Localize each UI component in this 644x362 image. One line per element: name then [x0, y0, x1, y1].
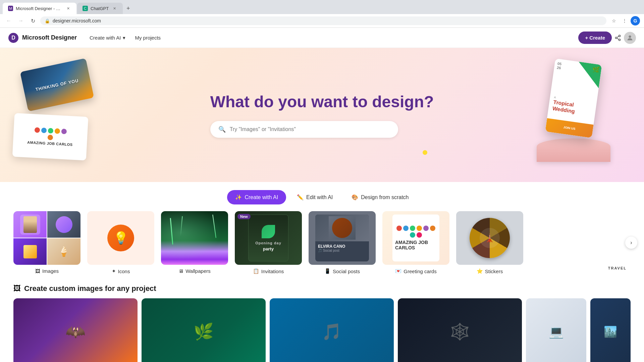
social-posts-label: 📱 Social posts: [309, 268, 376, 274]
nav-my-projects-label: My projects: [135, 35, 161, 41]
img-cell-4: 🍦: [47, 238, 80, 265]
img-cell-3: [13, 238, 47, 265]
browser-toolbar-icons: ☆ ⋮ G: [609, 16, 640, 25]
circle-yellow: [417, 226, 422, 231]
browser-profile-avatar[interactable]: G: [631, 16, 640, 25]
bookmark-star-icon[interactable]: ☆: [609, 16, 619, 25]
custom-item-nature[interactable]: 🌿: [142, 298, 266, 362]
svg-point-3: [615, 37, 617, 39]
new-badge: New: [237, 214, 251, 219]
nav-create-ai[interactable]: Create with AI ▾: [85, 32, 130, 44]
stickers-label: ⭐ Stickers: [456, 268, 523, 274]
nav-create-ai-chevron: ▾: [123, 35, 125, 41]
icons-thumbnail: 💡: [87, 211, 154, 265]
app-nav: D Microsoft Designer Create with AI ▾ My…: [0, 28, 644, 48]
browser-chrome: M Microsoft Designer - Stunning... ✕ C C…: [0, 0, 644, 28]
custom-item-halloween[interactable]: 🦇: [13, 298, 138, 362]
logo-area[interactable]: D Microsoft Designer: [8, 33, 77, 43]
inv-event: party: [263, 246, 274, 251]
categories-next-btn[interactable]: ›: [625, 237, 637, 249]
carlos-card-text: AMAZING JOB CARLOS: [27, 140, 73, 146]
tab-edit-ai[interactable]: ✏️ Edit with AI: [289, 190, 341, 204]
custom-images-grid: 🦇 🌿 🎵 🕸️ 💻 🏙️: [13, 298, 631, 362]
carlos-card: AMAZING JOB CARLOS: [12, 113, 89, 160]
hero-search-input[interactable]: [230, 126, 390, 132]
invitations-thumbnail: New Opening day party: [235, 211, 302, 265]
share-icon[interactable]: [612, 32, 624, 44]
tab-microsoft-designer[interactable]: M Microsoft Designer - Stunning... ✕: [3, 3, 76, 14]
tab-title-1: Microsoft Designer - Stunning...: [16, 6, 63, 11]
social-photo-area: [315, 215, 369, 241]
social-text-area: ELVIRA CANO 🎵 Social post: [315, 241, 369, 261]
category-wallpapers[interactable]: 🖥 Wallpapers: [161, 211, 228, 274]
categories-section: 🍦 🖼 Images 💡 ✦ Icons: [0, 211, 644, 284]
category-images[interactable]: 🍦 🖼 Images: [13, 211, 80, 274]
hero-search-box[interactable]: 🔍: [210, 121, 398, 138]
custom-item-dark[interactable]: 🕸️: [398, 298, 522, 362]
img-cell-2: [47, 211, 80, 238]
images-thumbnail: 🍦: [13, 211, 80, 265]
tab-favicon-2: C: [83, 6, 88, 11]
social-card-preview: ELVIRA CANO 🎵 Social post: [315, 215, 369, 261]
user-avatar[interactable]: [624, 32, 636, 44]
tab-close-2[interactable]: ✕: [111, 5, 117, 11]
greeting-cards-label: 💌 Greeting cards: [382, 268, 449, 274]
category-icons[interactable]: 💡 ✦ Icons: [87, 211, 154, 274]
tab-design-scratch[interactable]: 🎨 Design from scratch: [343, 190, 417, 204]
tab-title-2: ChatGPT: [91, 6, 109, 11]
address-bar[interactable]: 🔒 designer.microsoft.com: [40, 16, 606, 25]
wallpapers-icon: 🖥: [178, 268, 183, 274]
circle-pink: [417, 232, 422, 238]
action-tabs: ✨ Create with AI ✏️ Edit with AI 🎨 Desig…: [0, 182, 644, 211]
svg-line-6: [617, 36, 619, 37]
custom-item-city[interactable]: 🏙️: [590, 298, 631, 362]
pedestal: [537, 138, 610, 162]
svg-point-7: [629, 35, 631, 38]
custom-item-music[interactable]: 🎵: [270, 298, 394, 362]
custom-section-icon: 🖼: [13, 284, 21, 293]
forward-btn[interactable]: →: [16, 16, 25, 25]
category-social-posts[interactable]: ELVIRA CANO 🎵 Social post 📱 Social posts: [309, 211, 376, 274]
new-tab-btn[interactable]: +: [123, 4, 133, 13]
design-scratch-icon: 🎨: [352, 194, 358, 200]
carlos-decorations: [395, 226, 437, 238]
browser-menu-icon[interactable]: ⋮: [620, 16, 629, 25]
hero-section: THINKING OF YOU AMAZING JOB CARLOS: [0, 48, 644, 182]
edit-ai-icon: ✏️: [297, 194, 304, 200]
stickers-thumbnail: 🗼 TRAVEL: [456, 211, 523, 265]
wallpapers-label: 🖥 Wallpapers: [161, 268, 228, 274]
create-ai-icon: ✨: [235, 194, 242, 200]
section-header: 🖼 Create custom images for any project: [13, 284, 631, 293]
back-btn[interactable]: ←: [4, 16, 13, 25]
circle-orange: [430, 226, 435, 231]
design-scratch-label: Design from scratch: [361, 194, 409, 200]
nav-create-ai-label: Create with AI: [90, 35, 121, 41]
stickers-inner: 🗼 TRAVEL: [463, 215, 517, 261]
thinking-card: THINKING OF YOU: [20, 58, 94, 112]
category-invitations[interactable]: New Opening day party 📋 Invitations: [235, 211, 302, 274]
greeting-cards-icon: 💌: [395, 268, 401, 274]
browser-toolbar: ← → ↻ 🔒 designer.microsoft.com ☆ ⋮ G: [0, 14, 644, 28]
circle-red: [396, 226, 402, 231]
custom-item-tech[interactable]: 💻: [526, 298, 586, 362]
category-greeting-cards[interactable]: AMAZING JOB CARLOS 💌 Greeting cards: [382, 211, 449, 274]
circle-blue: [403, 226, 409, 231]
svg-point-2: [619, 35, 621, 37]
icons-icon: ✦: [112, 268, 116, 274]
category-stickers[interactable]: 🗼 TRAVEL ⭐ Stickers: [456, 211, 523, 274]
images-icon: 🖼: [35, 268, 40, 274]
tropical-card: 🌿 05 26 A TropicalWedding JOIN US: [545, 58, 602, 138]
create-button[interactable]: + Create: [578, 32, 612, 44]
tab-favicon-1: M: [8, 6, 13, 11]
tab-create-ai[interactable]: ✨ Create with AI: [227, 190, 286, 204]
edit-ai-label: Edit with AI: [306, 194, 333, 200]
create-ai-label: Create with AI: [245, 194, 278, 200]
svg-text:D: D: [11, 35, 15, 41]
logo-text: Microsoft Designer: [22, 34, 77, 41]
carlos-name-text: AMAZING JOB CARLOS: [395, 240, 437, 250]
nav-my-projects[interactable]: My projects: [130, 32, 165, 43]
tab-close-1[interactable]: ✕: [65, 5, 71, 11]
circle-green: [410, 226, 415, 231]
reload-btn[interactable]: ↻: [28, 16, 38, 25]
tab-chatgpt[interactable]: C ChatGPT ✕: [77, 3, 123, 14]
